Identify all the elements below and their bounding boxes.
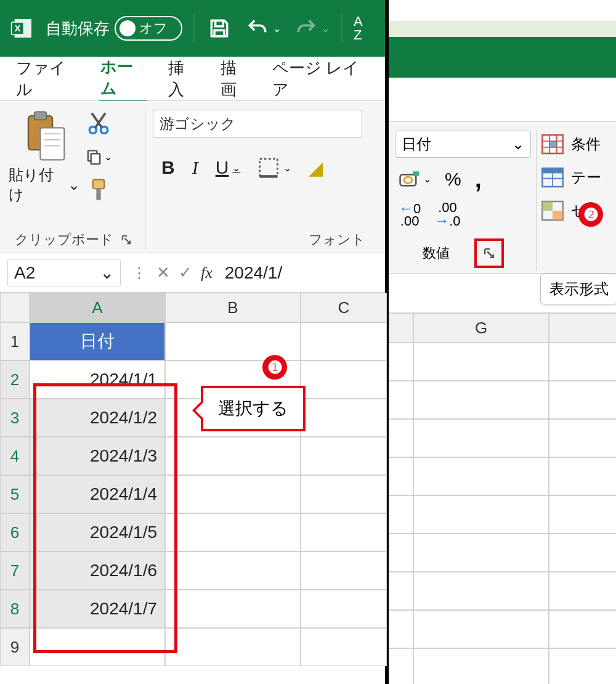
cell[interactable] — [549, 495, 616, 534]
cell-A9[interactable] — [30, 628, 165, 666]
paste-button[interactable]: 貼り付け⌄ — [9, 110, 80, 205]
tab-home[interactable]: ホーム — [99, 54, 148, 104]
tab-file[interactable]: ファイル — [15, 55, 79, 103]
autosave-toggle[interactable]: オフ — [115, 16, 182, 41]
cell[interactable] — [389, 495, 413, 534]
cell-C3[interactable] — [301, 399, 387, 437]
cell[interactable] — [389, 610, 413, 648]
cell[interactable] — [413, 457, 549, 495]
row-header-9[interactable]: 9 — [0, 628, 30, 666]
font-name-select[interactable]: 游ゴシック — [153, 110, 362, 138]
format-as-table-button[interactable]: テー — [540, 165, 602, 190]
cell-B6[interactable] — [165, 513, 301, 552]
cut-icon[interactable] — [85, 110, 112, 137]
conditional-format-button[interactable]: 条件 — [540, 132, 602, 157]
comma-button[interactable]: , — [475, 165, 482, 193]
cell-B4[interactable] — [165, 437, 301, 475]
cell[interactable] — [549, 419, 616, 457]
sort-az[interactable]: A Z — [354, 15, 363, 42]
cell[interactable] — [389, 572, 413, 610]
save-icon[interactable] — [206, 15, 233, 42]
cell[interactable] — [413, 343, 549, 381]
cell-A3[interactable]: 2024/1/2 — [30, 399, 165, 437]
cell-B9[interactable] — [165, 628, 301, 666]
cell-C4[interactable] — [301, 437, 387, 475]
format-painter-icon[interactable] — [85, 176, 112, 203]
cell[interactable] — [549, 343, 616, 381]
row-header-6[interactable]: 6 — [0, 513, 30, 552]
cell[interactable] — [413, 495, 549, 534]
enter-icon[interactable]: ✓ — [179, 263, 192, 282]
cell-A2[interactable]: 2024/1/1 — [30, 360, 165, 399]
cell-C7[interactable] — [301, 552, 387, 590]
cell[interactable] — [413, 572, 549, 610]
cell[interactable] — [389, 648, 413, 684]
accounting-format-button[interactable]: ⌄ — [399, 169, 431, 189]
row-header-5[interactable]: 5 — [0, 475, 30, 513]
fx-icon[interactable]: fx — [201, 264, 213, 282]
cell-C2[interactable] — [301, 360, 387, 399]
cell-C1[interactable] — [301, 322, 387, 360]
cell[interactable] — [413, 648, 549, 684]
cell-A1[interactable]: 日付 — [30, 322, 165, 360]
redo-button[interactable]: ⌄ — [293, 15, 330, 42]
cell[interactable] — [389, 381, 413, 419]
autosave[interactable]: 自動保存 オフ — [46, 16, 182, 41]
grip-icon[interactable]: ⋮ — [127, 264, 152, 282]
number-dialog-launcher[interactable] — [474, 238, 504, 268]
cell-A6[interactable]: 2024/1/5 — [30, 513, 165, 552]
underline-button[interactable]: U⌄ — [216, 157, 241, 178]
fill-color-button[interactable]: ◢ — [309, 157, 323, 179]
tab-page-layout[interactable]: ページ レイア — [271, 55, 370, 103]
bold-button[interactable]: B — [161, 157, 175, 178]
cancel-icon[interactable]: ✕ — [156, 263, 170, 282]
cell-B5[interactable] — [165, 475, 301, 513]
cell[interactable] — [389, 343, 413, 381]
cell-C9[interactable] — [301, 628, 387, 666]
cell[interactable] — [549, 648, 616, 684]
row-header-1[interactable]: 1 — [0, 322, 30, 360]
tab-insert[interactable]: 挿入 — [167, 55, 199, 103]
cell[interactable] — [413, 610, 549, 648]
cell-C5[interactable] — [301, 475, 387, 513]
copy-icon[interactable]: ⌄ — [85, 143, 112, 170]
cell[interactable] — [549, 610, 616, 648]
border-button[interactable]: ⌄ — [257, 157, 291, 179]
cell[interactable] — [549, 534, 616, 572]
cell[interactable] — [389, 534, 413, 572]
cell[interactable] — [549, 572, 616, 610]
dialog-launcher-icon[interactable] — [120, 233, 133, 246]
row-header-7[interactable]: 7 — [0, 552, 30, 590]
italic-button[interactable]: I — [192, 157, 198, 178]
number-format-select[interactable]: 日付 ⌄ — [395, 131, 531, 158]
select-all-corner[interactable] — [0, 293, 30, 322]
cell[interactable] — [413, 381, 549, 419]
row-header-3[interactable]: 3 — [0, 399, 30, 437]
cell-A7[interactable]: 2024/1/6 — [30, 552, 165, 590]
cell-A5[interactable]: 2024/1/4 — [30, 475, 165, 513]
cell-B7[interactable] — [165, 552, 301, 590]
cell-A4[interactable]: 2024/1/3 — [30, 437, 165, 475]
cell-B8[interactable] — [165, 590, 301, 628]
col-header-B[interactable]: B — [165, 293, 301, 322]
cell-C6[interactable] — [301, 513, 387, 552]
cell[interactable] — [413, 534, 549, 572]
cell-B1[interactable] — [165, 322, 301, 360]
increase-decimal-button[interactable]: ←0.00 — [399, 202, 421, 227]
cell[interactable] — [389, 457, 413, 495]
row-header-8[interactable]: 8 — [0, 590, 30, 628]
formula-input[interactable]: 2024/1/ — [217, 259, 385, 287]
cell[interactable] — [549, 457, 616, 495]
name-box[interactable]: A2 ⌄ — [7, 259, 121, 287]
row-header-4[interactable]: 4 — [0, 437, 30, 475]
col-header-C[interactable]: C — [301, 293, 387, 322]
undo-button[interactable]: ⌄ — [244, 15, 282, 42]
decrease-decimal-button[interactable]: .00→.0 — [434, 202, 460, 227]
row-header-2[interactable]: 2 — [0, 360, 30, 399]
cell[interactable] — [413, 419, 549, 457]
col-header-G[interactable]: G — [413, 313, 549, 343]
col-header-A[interactable]: A — [30, 293, 165, 322]
cell-C8[interactable] — [301, 590, 387, 628]
cell[interactable] — [549, 381, 616, 419]
percent-button[interactable]: % — [445, 169, 461, 190]
